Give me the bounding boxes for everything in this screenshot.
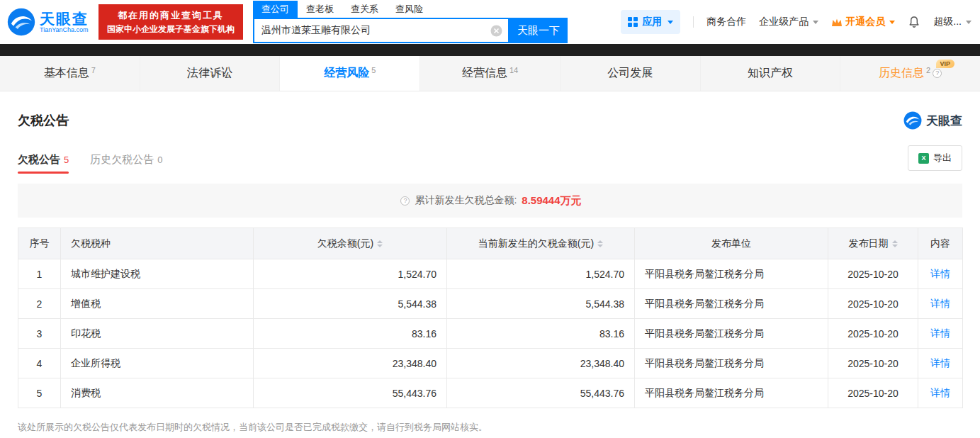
cell-seq: 3 [18, 319, 61, 349]
chevron-down-icon [813, 21, 818, 24]
nav-tab-label: 公司发展 [607, 66, 653, 81]
page-title: 欠税公告 [18, 112, 69, 129]
col-header-content: 内容 [918, 228, 963, 259]
cell-seq: 4 [18, 349, 61, 378]
col-header-date[interactable]: 发布日期 [828, 228, 918, 259]
table-row: 3 印花税 83.16 83.16 平阳县税务局鳌江税务分局 2025-10-2… [18, 319, 963, 349]
menu-super-vip[interactable]: 超级... [933, 16, 971, 28]
nav-tab-business-info[interactable]: 经营信息 14 [420, 56, 561, 91]
nav-tab-badge: 14 [509, 66, 518, 74]
nav-tab-label: 知识产权 [748, 66, 793, 81]
cell-date: 2025-10-20 [828, 289, 918, 319]
col-header-label: 欠税余额(元) [317, 237, 373, 249]
cell-content: 详情 [918, 319, 963, 349]
apps-menu-label: 应用 [642, 16, 662, 28]
menu-open-vip[interactable]: 开通会员 [831, 16, 895, 28]
promo-line2: 国家中小企业发展子基金旗下机构 [107, 23, 235, 35]
cell-tax-type: 消费税 [61, 378, 254, 408]
chevron-down-icon [889, 21, 895, 24]
cell-content: 详情 [918, 349, 963, 378]
search-tab-risk[interactable]: 查风险 [387, 1, 432, 18]
cell-balance: 1,524.70 [254, 259, 447, 289]
crown-icon [831, 18, 843, 27]
logo-domain-text: TianYanCha.com [40, 27, 89, 34]
cell-tax-type: 企业所得税 [61, 349, 254, 378]
apps-grid-icon [628, 17, 638, 27]
table-header-row: 序号 欠税税种 欠税余额(元) 当前新发生的欠税金额(元) 发布单位 发布日期 … [18, 228, 963, 259]
cell-new-amount: 83.16 [447, 319, 635, 349]
col-header-label: 发布日期 [849, 237, 889, 249]
sort-icon[interactable] [377, 240, 383, 247]
sort-icon[interactable] [892, 240, 898, 247]
menu-enterprise-label: 企业级产品 [759, 16, 809, 28]
nav-tab-basic-info[interactable]: 基本信息 7 [0, 56, 140, 91]
menu-business-cooperation[interactable]: 商务合作 [706, 16, 746, 28]
col-header-label: 当前新发生的欠税金额(元) [478, 237, 594, 249]
subtab-tax-arrears[interactable]: 欠税公告5 [18, 153, 69, 174]
excel-icon: X [918, 153, 929, 164]
nav-tab-company-development[interactable]: 公司发展 [561, 56, 701, 91]
col-header-issuer: 发布单位 [635, 228, 828, 259]
tianyancha-logo[interactable]: 天眼查 TianYanCha.com [7, 8, 89, 36]
tianyancha-logo-icon [7, 8, 35, 36]
nav-tab-history-info[interactable]: VIP 历史信息 2 ? [840, 56, 980, 91]
cell-tax-type: 增值税 [61, 289, 254, 319]
detail-link[interactable]: 详情 [930, 298, 950, 309]
clear-search-icon[interactable] [490, 25, 502, 37]
search-tab-company[interactable]: 查公司 [253, 1, 298, 18]
nav-tab-intellectual-property[interactable]: 知识产权 [701, 56, 841, 91]
nav-tab-badge: 2 [926, 66, 930, 74]
sort-icon[interactable] [597, 240, 603, 247]
subtab-count: 5 [64, 155, 69, 165]
search-input[interactable] [254, 19, 508, 42]
logo-brand-text: 天眼查 [40, 11, 89, 27]
nav-tab-label: 基本信息 [44, 66, 89, 81]
detail-link[interactable]: 详情 [930, 268, 950, 279]
cell-new-amount: 55,443.76 [447, 378, 635, 408]
disclaimer-note: 该处所展示的欠税公告仅代表发布日期时的欠税情况，当前该公司是否已完成税款缴交，请… [18, 421, 962, 434]
company-nav-tabs: 基本信息 7 法律诉讼 经营风险 5 经营信息 14 公司发展 知识产权 VIP… [0, 56, 980, 91]
cell-date: 2025-10-20 [828, 349, 918, 378]
chevron-down-icon [966, 21, 971, 24]
notifications-button[interactable] [908, 16, 920, 28]
nav-tab-badge: 5 [371, 66, 376, 74]
help-icon[interactable]: ? [933, 69, 942, 78]
search-tab-boss[interactable]: 查老板 [298, 1, 342, 18]
cell-issuer: 平阳县税务局鳌江税务分局 [635, 289, 828, 319]
watermark-brand-text: 天眼查 [926, 113, 962, 129]
menu-divider [693, 16, 694, 28]
nav-tab-label: 经营信息 [462, 66, 507, 81]
top-menu: 应用 商务合作 企业级产品 开通会员 超级... [621, 10, 971, 34]
watermark-logo: 天眼查 [903, 111, 962, 130]
col-header-balance[interactable]: 欠税余额(元) [254, 228, 447, 259]
subtab-label: 欠税公告 [18, 153, 60, 165]
cell-issuer: 平阳县税务局鳌江税务分局 [635, 349, 828, 378]
nav-tab-badge: 7 [91, 66, 96, 74]
promo-line1: 都在用的商业查询工具 [107, 9, 235, 23]
menu-enterprise-products[interactable]: 企业级产品 [759, 16, 818, 28]
search-zone: 查公司 查老板 查关系 查风险 天眼一下 [253, 1, 568, 43]
promo-banner: 都在用的商业查询工具 国家中小企业发展子基金旗下机构 [98, 4, 243, 40]
nav-tab-legal-litigation[interactable]: 法律诉讼 [140, 56, 281, 91]
nav-tab-business-risk[interactable]: 经营风险 5 [280, 56, 420, 91]
tax-arrears-table: 序号 欠税税种 欠税余额(元) 当前新发生的欠税金额(元) 发布单位 发布日期 … [18, 228, 963, 408]
summary-value: 8.59444万元 [522, 194, 581, 208]
search-tab-relation[interactable]: 查关系 [342, 1, 387, 18]
apps-menu-button[interactable]: 应用 [621, 10, 680, 34]
detail-link[interactable]: 详情 [930, 327, 950, 339]
col-header-new-amount[interactable]: 当前新发生的欠税金额(元) [447, 228, 635, 259]
menu-super-label: 超级... [933, 16, 962, 28]
header-divider-bar [0, 44, 980, 56]
detail-link[interactable]: 详情 [930, 387, 950, 398]
menu-business-label: 商务合作 [706, 16, 746, 28]
subtab-history-tax-arrears[interactable]: 历史欠税公告0 [90, 153, 162, 174]
table-row: 2 增值税 5,544.38 5,544.38 平阳县税务局鳌江税务分局 202… [18, 289, 963, 319]
search-button[interactable]: 天眼一下 [509, 18, 568, 43]
export-button[interactable]: X 导出 [908, 145, 962, 171]
nav-tab-label: 历史信息 [879, 66, 924, 81]
export-label: 导出 [933, 152, 952, 164]
summary-banner: ? 累计新发生欠税总金额: 8.59444万元 [18, 184, 962, 218]
detail-link[interactable]: 详情 [930, 357, 950, 369]
cell-issuer: 平阳县税务局鳌江税务分局 [635, 319, 828, 349]
cell-new-amount: 5,544.38 [447, 289, 635, 319]
